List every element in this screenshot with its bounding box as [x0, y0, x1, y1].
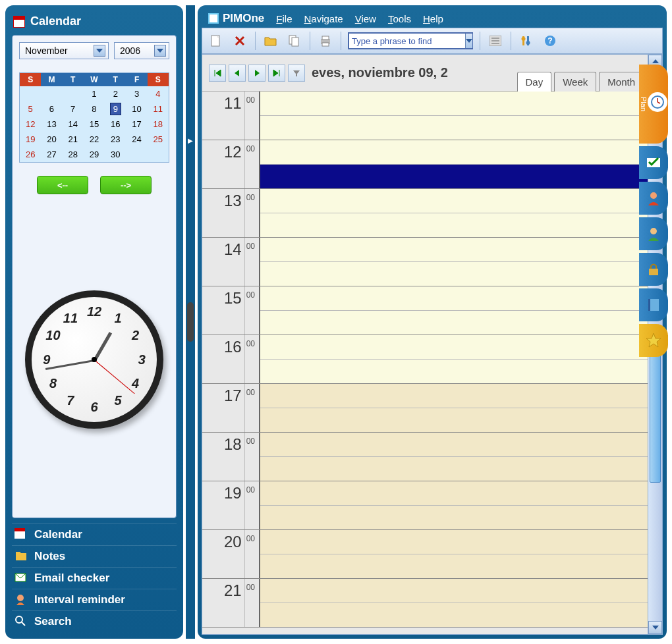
time-grid[interactable]: 1100120013001400150016001700180019002000… [202, 92, 648, 634]
calendar-day[interactable]: 19 [20, 132, 41, 147]
chevron-down-icon[interactable] [465, 34, 472, 48]
calendar-day[interactable]: 13 [41, 117, 62, 132]
calendar-day[interactable]: 26 [20, 147, 41, 162]
nav-first-button[interactable] [209, 65, 226, 82]
year-select[interactable]: 2006 [114, 42, 169, 59]
time-slot[interactable] [260, 165, 648, 188]
calendar-day[interactable]: 6 [41, 101, 62, 117]
hour-row[interactable]: 1900 [202, 481, 648, 530]
tab-lock[interactable] [639, 253, 668, 286]
time-slot[interactable] [260, 92, 648, 116]
calendar-day[interactable]: 18 [148, 117, 169, 132]
calendar-day[interactable]: 11 [148, 101, 169, 117]
hour-row[interactable]: 1700 [202, 384, 648, 433]
hour-row[interactable]: 1200 [202, 140, 648, 189]
calendar-day[interactable]: 9 [105, 101, 126, 117]
calendar-day[interactable] [126, 147, 147, 162]
hour-row[interactable]: 2100 [202, 579, 648, 628]
calendar-day[interactable]: 3 [126, 86, 147, 101]
calendar-day[interactable]: 10 [126, 101, 147, 117]
delete-button[interactable] [231, 32, 248, 49]
time-slot[interactable] [260, 262, 648, 286]
time-slot[interactable] [260, 311, 648, 335]
menu-navigate[interactable]: Navigate [304, 13, 343, 24]
search-field[interactable] [349, 36, 465, 46]
menu-view[interactable]: View [355, 13, 376, 24]
time-slot[interactable] [260, 408, 648, 432]
menu-tools[interactable]: Tools [388, 13, 411, 24]
calendar-day[interactable] [148, 147, 169, 162]
tab-plan[interactable]: Plan [639, 65, 668, 144]
help-button[interactable]: ? [542, 32, 559, 49]
tab-star[interactable] [639, 324, 668, 357]
calendar-day[interactable] [20, 86, 41, 101]
time-slot[interactable] [260, 213, 648, 237]
nav-next-button[interactable] [248, 65, 266, 82]
calendar-day[interactable]: 20 [41, 132, 62, 147]
sidebar-item-email[interactable]: Email checker [12, 567, 177, 589]
tab-check[interactable] [639, 146, 668, 179]
scroll-thumb[interactable] [650, 338, 661, 483]
time-slot[interactable] [260, 579, 648, 603]
print-button[interactable] [317, 32, 334, 49]
time-slot[interactable] [260, 360, 648, 383]
calendar-day[interactable] [63, 86, 84, 101]
sidebar-item-calendar[interactable]: Calendar [12, 523, 177, 545]
menu-file[interactable]: File [276, 13, 292, 24]
calendar-day[interactable]: 12 [20, 117, 41, 132]
calendar-day[interactable]: 30 [105, 147, 126, 162]
splitter[interactable]: ▶ [186, 5, 195, 639]
calendar-day[interactable]: 17 [126, 117, 147, 132]
time-slot[interactable] [260, 433, 648, 457]
mini-calendar[interactable]: SMTWTFS123456789101112131415161718192021… [19, 72, 169, 163]
calendar-day[interactable]: 4 [148, 86, 169, 101]
calendar-day[interactable]: 25 [148, 132, 169, 147]
tab-day[interactable]: Day [517, 72, 552, 92]
calendar-day[interactable]: 23 [105, 132, 126, 147]
list-button[interactable] [487, 32, 504, 49]
time-slot[interactable] [260, 481, 648, 506]
time-slot[interactable] [260, 554, 648, 578]
hour-row[interactable]: 1500 [202, 286, 648, 335]
new-button[interactable] [208, 32, 225, 49]
time-slot[interactable] [260, 335, 648, 360]
calendar-day[interactable]: 29 [84, 147, 105, 162]
calendar-day[interactable]: 2 [105, 86, 126, 101]
time-slot[interactable] [260, 116, 648, 140]
calendar-day[interactable]: 16 [105, 117, 126, 132]
calendar-day[interactable]: 27 [41, 147, 62, 162]
hour-row[interactable]: 1400 [202, 238, 648, 286]
tab-user[interactable] [639, 217, 668, 250]
hour-row[interactable]: 1100 [202, 92, 648, 140]
sidebar-item-search[interactable]: Search [12, 610, 177, 632]
tab-month[interactable]: Month [599, 72, 644, 92]
sidebar-item-notes[interactable]: Notes [12, 545, 177, 567]
time-slot[interactable] [260, 384, 648, 408]
calendar-day[interactable]: 1 [84, 86, 105, 101]
open-button[interactable] [262, 32, 279, 49]
settings-button[interactable] [518, 32, 535, 49]
time-slot[interactable] [260, 530, 648, 554]
calendar-day[interactable]: 28 [63, 147, 84, 162]
tab-week[interactable]: Week [554, 72, 596, 92]
filter-button[interactable] [288, 65, 305, 82]
calendar-day[interactable]: 24 [126, 132, 147, 147]
time-slot[interactable] [260, 140, 648, 165]
time-slot[interactable] [260, 457, 648, 481]
calendar-day[interactable]: 21 [63, 132, 84, 147]
search-input[interactable] [348, 32, 473, 49]
menu-help[interactable]: Help [423, 13, 443, 24]
prev-month-button[interactable]: <-- [37, 176, 88, 194]
calendar-day[interactable]: 14 [63, 117, 84, 132]
scroll-down-button[interactable] [648, 621, 662, 634]
nav-last-button[interactable] [268, 65, 285, 82]
calendar-day[interactable]: 22 [84, 132, 105, 147]
hour-row[interactable]: 1300 [202, 189, 648, 238]
calendar-day[interactable]: 8 [84, 101, 105, 117]
time-slot[interactable] [260, 189, 648, 213]
next-month-button[interactable]: --> [100, 176, 152, 194]
calendar-day[interactable]: 15 [84, 117, 105, 132]
calendar-day[interactable] [41, 86, 62, 101]
copy-button[interactable] [286, 32, 303, 49]
calendar-day[interactable]: 5 [20, 101, 41, 117]
